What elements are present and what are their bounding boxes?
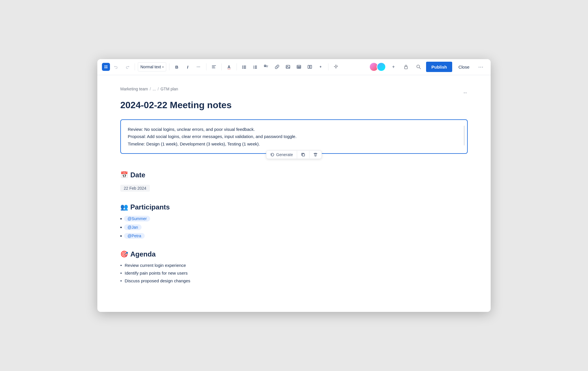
task-button[interactable] [262, 62, 271, 71]
bullet-list-button[interactable] [240, 62, 249, 71]
svg-point-5 [242, 67, 243, 68]
breadcrumb-expand[interactable]: ... [152, 87, 156, 91]
expand-width-button[interactable]: ↔ [463, 90, 468, 96]
svg-rect-14 [255, 68, 257, 69]
agenda-item-3: • Discuss proposed design changes [120, 278, 468, 283]
logo-button[interactable] [102, 63, 110, 71]
participants-emoji: 👥 [120, 203, 128, 211]
agenda-text-1: Review current login experience [125, 263, 186, 268]
delete-button[interactable] [310, 151, 322, 158]
svg-point-27 [337, 65, 338, 66]
agenda-bullet-2: • [120, 271, 122, 275]
participants-section: 👥 Participants @Summer @Jan @Petra [120, 203, 468, 239]
ai-line-1: Review: No social logins, unclear errors… [128, 126, 460, 133]
toolbar: Normal text ▾ B I ··· A [97, 59, 491, 75]
align-button[interactable] [209, 62, 218, 71]
date-emoji: 📅 [120, 171, 128, 179]
svg-rect-2 [212, 68, 215, 68]
agenda-text-2: Identify pain points for new users [125, 271, 187, 275]
ai-actions-bar: Generate [266, 150, 322, 159]
svg-rect-25 [308, 65, 310, 69]
copy-button[interactable] [297, 151, 310, 158]
breadcrumb-row: Marketing team / ... / GTM plan ↔ [120, 87, 468, 99]
generate-button[interactable]: Generate [266, 151, 297, 159]
participant-item-jan: @Jan [120, 224, 468, 230]
svg-rect-8 [243, 68, 246, 69]
search-button[interactable] [413, 62, 424, 72]
separator-5 [237, 63, 237, 70]
lock-button[interactable] [401, 62, 411, 72]
participant-petra[interactable]: @Petra [124, 233, 145, 239]
editor-window: Normal text ▾ B I ··· A [97, 59, 491, 312]
add-collaborator-button[interactable]: + [388, 62, 399, 72]
insert-more-button[interactable]: + [316, 62, 325, 71]
layout-button[interactable] [305, 62, 314, 71]
more-formatting-button[interactable]: ··· [194, 62, 203, 71]
participants-heading-text: Participants [130, 203, 170, 211]
svg-rect-1 [212, 67, 215, 67]
avatar-2 [377, 62, 386, 71]
svg-rect-17 [266, 67, 268, 67]
ai-summary-box[interactable]: Review: No social logins, unclear errors… [120, 119, 468, 154]
participant-summer[interactable]: @Summer [124, 216, 150, 222]
svg-rect-10 [255, 66, 257, 66]
date-badge: 22 Feb 2024 [120, 185, 150, 192]
svg-rect-31 [302, 154, 305, 156]
close-button[interactable]: Close [454, 62, 473, 72]
breadcrumb-gtm[interactable]: GTM plan [160, 87, 178, 91]
svg-rect-16 [266, 66, 268, 66]
separator-3 [206, 63, 206, 70]
participant-list: @Summer @Jan @Petra [120, 216, 468, 239]
svg-rect-12 [255, 67, 257, 67]
avatar-group [369, 62, 386, 71]
publish-button[interactable]: Publish [426, 62, 452, 72]
page-title[interactable]: 2024-02-22 Meeting notes [120, 99, 468, 111]
agenda-emoji: 🎯 [120, 250, 128, 258]
scrollbar [464, 126, 465, 146]
bullet-summer [120, 218, 122, 220]
svg-rect-20 [297, 65, 301, 69]
content-area: Marketing team / ... / GTM plan ↔ 2024-0… [97, 75, 491, 312]
svg-point-3 [242, 66, 243, 67]
text-color-button[interactable]: A [225, 62, 234, 71]
participant-item-petra: @Petra [120, 233, 468, 239]
breadcrumb-marketing[interactable]: Marketing team [120, 87, 148, 91]
separator-1 [135, 63, 135, 70]
bold-button[interactable]: B [172, 62, 181, 71]
agenda-item-1: • Review current login experience [120, 263, 468, 268]
table-button[interactable] [294, 62, 303, 71]
image-button[interactable] [283, 62, 293, 71]
separator-2 [169, 63, 169, 70]
date-section: 📅 Date 22 Feb 2024 [120, 171, 468, 192]
agenda-bullet-3: • [120, 278, 122, 283]
undo-button[interactable] [112, 62, 121, 71]
breadcrumb-sep-2: / [158, 87, 159, 91]
participants-heading: 👥 Participants [120, 203, 468, 211]
redo-button[interactable] [123, 62, 132, 71]
numbered-list-button[interactable]: 1. 2. 3. [251, 62, 260, 71]
agenda-section: 🎯 Agenda • Review current login experien… [120, 250, 468, 283]
participant-jan[interactable]: @Jan [124, 224, 142, 230]
svg-rect-0 [212, 65, 216, 66]
date-heading-text: Date [130, 171, 145, 179]
date-heading: 📅 Date [120, 171, 468, 179]
bullet-petra [120, 235, 122, 237]
agenda-heading-text: Agenda [130, 250, 156, 258]
text-style-dropdown[interactable]: Normal text ▾ [138, 62, 166, 71]
ai-button[interactable] [331, 62, 341, 71]
italic-button[interactable]: I [183, 62, 192, 71]
agenda-item-2: • Identify pain points for new users [120, 271, 468, 275]
more-options-button[interactable]: ··· [476, 62, 486, 72]
svg-line-30 [419, 68, 421, 69]
agenda-text-3: Discuss proposed design changes [125, 278, 190, 283]
participant-item-summer: @Summer [120, 216, 468, 222]
ai-summary-text: Review: No social logins, unclear errors… [128, 126, 460, 148]
ai-line-3: Timeline: Design (1 week), Development (… [128, 140, 460, 148]
ai-line-2: Proposal: Add social logins, clear error… [128, 133, 460, 140]
svg-rect-4 [243, 66, 246, 66]
link-button[interactable] [272, 62, 282, 71]
separator-6 [328, 63, 328, 70]
svg-point-7 [242, 68, 243, 69]
toolbar-right: + Publish Close ··· [369, 62, 486, 72]
svg-rect-28 [405, 67, 407, 69]
